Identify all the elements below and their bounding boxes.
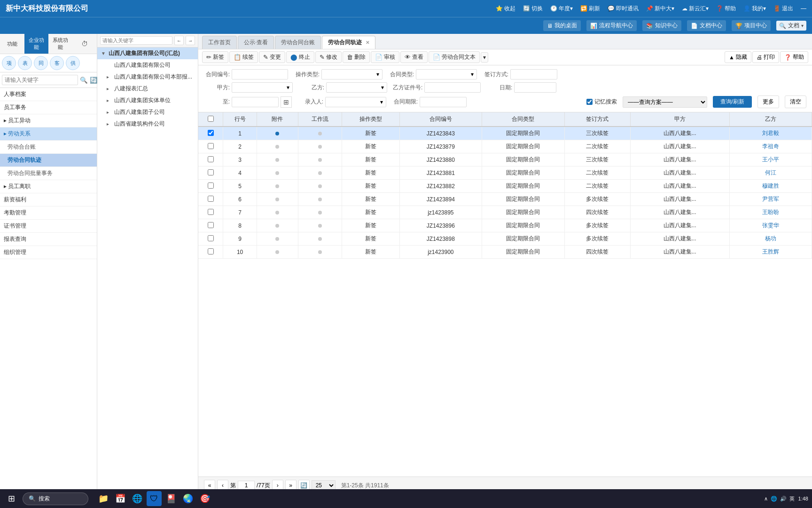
- tree-item-shiti[interactable]: ▸ 山西八建集团实体单位: [97, 95, 198, 106]
- zhongzhi-btn[interactable]: ⬤ 终止: [286, 51, 314, 63]
- partyb-cell[interactable]: 王盼盼: [729, 206, 812, 219]
- tab-gonggao[interactable]: 公示·查看: [238, 36, 274, 49]
- sidebar-item-renshidangan[interactable]: 人事档案: [0, 88, 97, 101]
- taskbar-clock[interactable]: 1:48: [798, 496, 808, 501]
- table-row[interactable]: 9新签JZ1423898固定期限合同多次续签山西八建集...杨功: [198, 232, 812, 246]
- chakan-btn[interactable]: 👁 查看: [400, 51, 428, 63]
- tree-item-group[interactable]: ▼ 山西八建集团有限公司(汇总): [97, 48, 198, 59]
- tab-gongzuo[interactable]: 工作首页: [202, 36, 237, 49]
- qiehuan-btn[interactable]: 🔄 切换: [523, 5, 543, 13]
- partyb-link[interactable]: 王盼盼: [762, 209, 779, 215]
- quick-icon-biao[interactable]: 表: [18, 56, 32, 70]
- sidebar-item-zuzhiguanli[interactable]: 组织管理: [0, 246, 97, 259]
- row-checkbox[interactable]: [208, 156, 214, 162]
- input-hetaobianhao[interactable]: [232, 69, 288, 79]
- shenhe-btn[interactable]: 📄 审核: [371, 51, 399, 63]
- hetaiwenben-btn[interactable]: 📄 劳动合同文本: [429, 51, 480, 63]
- sidebar-item-yuangonglizhi[interactable]: ▸ 员工离职: [0, 180, 97, 193]
- row-checkbox-cell[interactable]: [198, 127, 223, 140]
- quick-icon-xiang[interactable]: 项: [2, 56, 16, 70]
- sidebar-item-laodonghetaig[interactable]: 劳动合同轨迹: [0, 154, 97, 167]
- table-row[interactable]: 2新签JZ1423879固定期限合同二次续签山西八建集...李祖奇: [198, 140, 812, 153]
- tab-close-icon[interactable]: ✕: [366, 40, 369, 45]
- tree-item-sub2[interactable]: ▸ 山西八建集团有限公司本部报...: [97, 71, 198, 83]
- quick-icon-tong[interactable]: 同: [34, 56, 48, 70]
- row-checkbox[interactable]: [208, 248, 214, 254]
- nav-workflow[interactable]: 📊 流程导航中心: [586, 20, 637, 31]
- sidebar-item-zhengshguanli[interactable]: 证书管理: [0, 220, 97, 233]
- row-checkbox[interactable]: [208, 209, 214, 215]
- taskbar-search[interactable]: 🔍 搜索: [23, 492, 88, 505]
- sidebar-item-yuangongshiwu[interactable]: 员工事务: [0, 101, 97, 114]
- table-row[interactable]: 5新签JZ1423882固定期限合同二次续签山西八建集...穆建胜: [198, 180, 812, 193]
- taskbar-app-edge[interactable]: 🌐: [130, 491, 145, 506]
- query-scheme-select[interactable]: ——查询方案——: [623, 96, 707, 108]
- table-row[interactable]: 4新签JZ1423881固定期限合同二次续签山西八建集...何江: [198, 167, 812, 180]
- taskbar-app-shield[interactable]: 🛡: [147, 491, 162, 506]
- sidebar-search-input[interactable]: [2, 75, 78, 85]
- page-number-input[interactable]: [238, 481, 255, 490]
- row-checkbox[interactable]: [208, 183, 214, 189]
- tuichu-btn[interactable]: 🚪 退出: [773, 5, 793, 13]
- sidebar-refresh-btn[interactable]: 🔄: [90, 74, 98, 86]
- shanchu-btn[interactable]: 🗑 删除: [343, 51, 370, 63]
- partyb-link[interactable]: 王胜辉: [762, 248, 779, 255]
- shuaxin-btn[interactable]: 🔁 刷新: [580, 5, 600, 13]
- niandu-btn[interactable]: 🕐 年度▾: [550, 5, 573, 13]
- tree-item-sub1[interactable]: 山西八建集团有限公司: [97, 59, 198, 71]
- select-yifang[interactable]: ▾: [326, 82, 387, 93]
- taskbar-app-target[interactable]: 🎯: [197, 491, 212, 506]
- wode-btn[interactable]: 👤 我的▾: [743, 5, 766, 13]
- print-btn[interactable]: 🖨 打印: [752, 51, 779, 63]
- row-checkbox[interactable]: [208, 222, 214, 228]
- input-qiandinghfs[interactable]: [510, 69, 557, 79]
- sidebar-item-kaoqinguanli[interactable]: 考勤管理: [0, 206, 97, 220]
- nav-knowledge[interactable]: 📚 知识中心: [642, 20, 681, 31]
- nav-desktop[interactable]: 🖥 我的桌面: [543, 20, 581, 31]
- row-checkbox[interactable]: [208, 235, 214, 241]
- partyb-cell[interactable]: 王小平: [729, 153, 812, 167]
- taskbar-app-calendar[interactable]: 📅: [113, 491, 128, 506]
- sidebar-item-laodongguanxi[interactable]: ▸ 劳动关系: [0, 127, 97, 141]
- partyb-cell[interactable]: 何江: [729, 167, 812, 180]
- nav-project[interactable]: 🏆 项目中心: [732, 20, 771, 31]
- partyb-link[interactable]: 何江: [765, 169, 776, 176]
- select-caozuoleixing[interactable]: ▾: [321, 69, 383, 79]
- partyb-cell[interactable]: 尹营军: [729, 193, 812, 206]
- input-zhi[interactable]: [232, 97, 279, 107]
- row-checkbox-cell[interactable]: [198, 246, 223, 259]
- tab-gongn[interactable]: 功能: [0, 34, 24, 54]
- nav-doc[interactable]: 📄 文档中心: [687, 20, 726, 31]
- memory-search-checkbox[interactable]: [586, 99, 593, 105]
- tree-prev-btn[interactable]: ←: [174, 36, 184, 45]
- row-checkbox[interactable]: [208, 169, 214, 175]
- more-search-btn[interactable]: 更多: [757, 95, 779, 108]
- sidebar-item-xinzifuli[interactable]: 薪资福利: [0, 193, 97, 206]
- bianqian-btn[interactable]: ✎ 变更: [259, 51, 285, 63]
- tray-up-icon[interactable]: ∧: [764, 496, 768, 502]
- input-riqi[interactable]: [514, 82, 556, 93]
- partyb-link[interactable]: 张雯华: [762, 222, 779, 229]
- row-checkbox-cell[interactable]: [198, 140, 223, 153]
- partyb-cell[interactable]: 穆建胜: [729, 180, 812, 193]
- table-row[interactable]: 6新签JZ1423894固定期限合同多次续签山西八建集...尹营军: [198, 193, 812, 206]
- table-row[interactable]: 1新签JZ1423843固定期限合同三次续签山西八建集...刘君毅: [198, 127, 812, 140]
- tab-qiye[interactable]: 企业功能: [24, 34, 49, 54]
- tree-item-sub3[interactable]: ▸ 八建报表汇总: [97, 83, 198, 95]
- xinqian-btn[interactable]: ✏ 新签: [202, 51, 228, 63]
- help-btn[interactable]: ❓ 帮助: [780, 51, 808, 63]
- grid-icon-btn[interactable]: ⊞: [281, 96, 292, 108]
- shouqi-btn[interactable]: ⭐ 收起: [496, 5, 515, 13]
- row-checkbox[interactable]: [208, 196, 214, 202]
- partyb-link[interactable]: 王小平: [762, 156, 779, 163]
- input-hetaoqixian[interactable]: [420, 97, 467, 107]
- row-checkbox-cell[interactable]: [198, 232, 223, 246]
- sidebar-item-baobiaochaxun[interactable]: 报表查询: [0, 233, 97, 246]
- partyb-link[interactable]: 刘君毅: [762, 130, 779, 136]
- row-checkbox-cell[interactable]: [198, 167, 223, 180]
- sidebar-search-btn[interactable]: 🔍: [80, 74, 88, 86]
- tab-hetaizh[interactable]: 劳动合同台账: [275, 36, 321, 49]
- sidebar-item-laodonghetaip[interactable]: 劳动合同批量事务: [0, 167, 97, 180]
- partyb-cell[interactable]: 杨功: [729, 232, 812, 246]
- query-refresh-btn[interactable]: 查询/刷新: [713, 96, 752, 108]
